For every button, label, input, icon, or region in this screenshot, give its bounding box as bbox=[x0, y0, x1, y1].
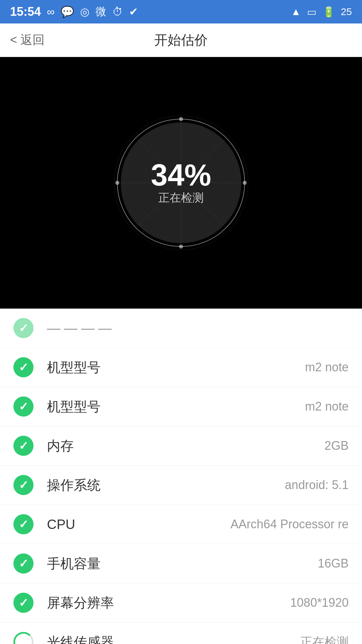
check-circle-cpu bbox=[13, 514, 34, 534]
loading-circle-lightsensor bbox=[13, 632, 34, 644]
check-circle-storage bbox=[13, 553, 34, 574]
list-item-lightsensor: 光线传感器 正在检测 bbox=[0, 623, 362, 644]
list-icon-lightsensor bbox=[13, 632, 34, 644]
list-item-os: 操作系统 android: 5.1 bbox=[0, 466, 362, 505]
back-label: < 返回 bbox=[10, 32, 45, 48]
check-icon: ✔ bbox=[129, 5, 138, 18]
screen-icon: ▭ bbox=[307, 6, 316, 18]
list-item-storage: 手机容量 16GB bbox=[0, 544, 362, 583]
infinity-icon: ∞ bbox=[47, 6, 55, 18]
check-circle-memory bbox=[13, 436, 34, 456]
wifi-icon: ▲ bbox=[291, 6, 301, 17]
status-bar: 15:54 ∞ 💬 ◎ 微 ⏱ ✔ ▲ ▭ 🔋 25 bbox=[0, 0, 362, 23]
page-title: 开始估价 bbox=[154, 31, 208, 49]
list-name-partial: — — — — bbox=[47, 321, 349, 336]
radar-center: 34% 正在检测 bbox=[151, 160, 211, 206]
list-icon-partial bbox=[13, 318, 34, 338]
list-name-resolution: 屏幕分辨率 bbox=[47, 594, 290, 612]
battery-icon: 🔋 bbox=[322, 6, 335, 18]
check-circle-resolution bbox=[13, 593, 34, 613]
list-value-os: android: 5.1 bbox=[285, 478, 349, 492]
radar-section: 34% 正在检测 bbox=[0, 57, 362, 309]
list-value-memory: 2GB bbox=[324, 439, 349, 453]
check-circle-model2 bbox=[13, 396, 34, 417]
timer-icon: ⏱ bbox=[112, 6, 123, 18]
check-circle-partial bbox=[13, 318, 34, 338]
back-button[interactable]: < 返回 bbox=[10, 32, 45, 48]
check-circle-model1 bbox=[13, 357, 34, 377]
list-icon-resolution bbox=[13, 593, 34, 613]
nav-bar: < 返回 开始估价 bbox=[0, 23, 362, 57]
check-circle-os bbox=[13, 475, 34, 495]
list-icon-os bbox=[13, 475, 34, 495]
list-value-storage: 16GB bbox=[318, 556, 349, 571]
status-left: 15:54 ∞ 💬 ◎ 微 ⏱ ✔ bbox=[10, 4, 138, 19]
list-item-partial: — — — — bbox=[0, 309, 362, 348]
chat-icon: ◎ bbox=[80, 5, 89, 18]
svg-point-13 bbox=[115, 181, 119, 185]
list-value-model1: m2 note bbox=[305, 360, 349, 374]
status-time: 15:54 bbox=[10, 5, 41, 19]
list-item-resolution: 屏幕分辨率 362*644 bbox=[0, 583, 362, 623]
message-icon: 💬 bbox=[61, 5, 74, 18]
list-name-lightsensor: 光线传感器 bbox=[47, 633, 300, 644]
list-icon-cpu bbox=[13, 514, 34, 534]
svg-point-11 bbox=[243, 181, 247, 185]
list-item-model1: 机型型号 m2 note bbox=[0, 348, 362, 387]
battery-level: 25 bbox=[341, 6, 352, 17]
radar-container: 34% 正在检测 bbox=[111, 112, 251, 253]
list-name-os: 操作系统 bbox=[47, 476, 285, 494]
list-value-resolution: 362*644 bbox=[290, 596, 349, 610]
list-item-cpu: CPU AArch64 Processor re bbox=[0, 505, 362, 544]
list-value-model2: m2 note bbox=[305, 399, 349, 414]
list-name-model1: 机型型号 bbox=[47, 358, 305, 377]
weibo-icon: 微 bbox=[96, 4, 106, 19]
list-icon-model2 bbox=[13, 396, 34, 417]
list-name-model2: 机型型号 bbox=[47, 397, 305, 416]
list-icon-storage bbox=[13, 553, 34, 574]
status-right: ▲ ▭ 🔋 25 bbox=[291, 6, 352, 18]
list-name-memory: 内存 bbox=[47, 437, 324, 455]
radar-label: 正在检测 bbox=[158, 191, 204, 204]
list-item-memory: 内存 2GB bbox=[0, 426, 362, 466]
svg-point-12 bbox=[179, 245, 183, 249]
list-section: — — — — 机型型号 m2 note 机型型号 m2 note 内存 2GB… bbox=[0, 309, 362, 644]
list-icon-model1 bbox=[13, 357, 34, 377]
list-value-cpu: AArch64 Processor re bbox=[231, 517, 349, 531]
list-icon-memory bbox=[13, 436, 34, 456]
list-item-model2: 机型型号 m2 note bbox=[0, 387, 362, 426]
svg-point-10 bbox=[179, 117, 183, 121]
list-name-cpu: CPU bbox=[47, 517, 231, 532]
radar-percent: 34% bbox=[151, 160, 211, 190]
list-value-lightsensor: 正在检测 bbox=[300, 634, 349, 644]
list-name-storage: 手机容量 bbox=[47, 554, 318, 573]
